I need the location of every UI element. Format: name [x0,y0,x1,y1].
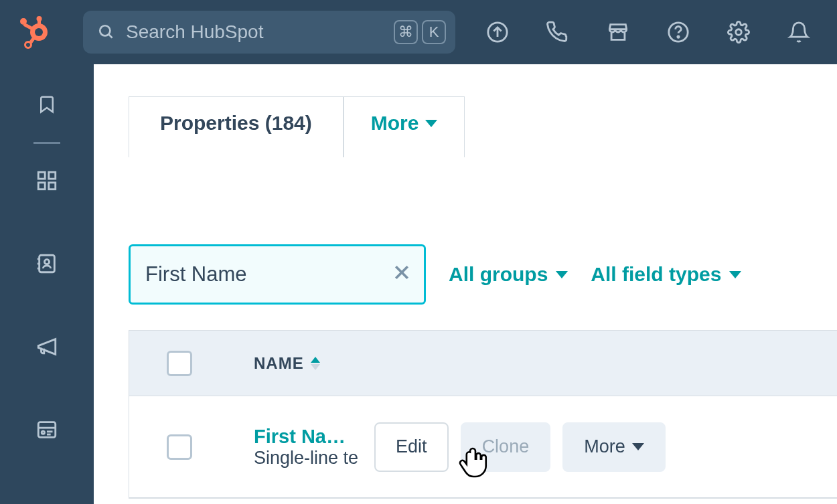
chevron-down-icon [425,120,437,127]
property-search-wrap[interactable] [129,244,426,305]
row-more-label: More [584,436,625,457]
notifications-icon[interactable] [787,21,810,44]
main-content: Properties (184) More All groups All fie… [94,64,837,504]
svg-point-5 [37,16,42,21]
search-icon [98,23,115,41]
kbd-k: K [422,20,446,44]
clone-button: Clone [461,422,551,472]
property-search-input[interactable] [145,262,366,286]
svg-point-25 [42,431,44,434]
tab-more[interactable]: More [344,96,465,157]
select-all-checkbox[interactable] [167,351,192,376]
column-header-name[interactable]: NAME [254,354,320,373]
hubspot-logo [16,15,51,50]
marketplace-icon[interactable] [607,21,629,44]
row-checkbox[interactable] [167,434,192,460]
svg-point-3 [35,28,43,36]
property-name-link[interactable]: First Na… [254,426,358,448]
svg-rect-14 [38,172,45,179]
phone-icon[interactable] [546,21,569,44]
megaphone-icon[interactable] [35,335,58,358]
chevron-down-icon [729,271,741,278]
column-header-name-label: NAME [254,354,304,373]
tabs: Properties (184) More [129,96,837,157]
upgrade-icon[interactable] [486,21,509,44]
chevron-down-icon [556,271,568,278]
filter-field-types-label: All field types [591,263,721,286]
svg-point-8 [100,25,110,35]
svg-point-13 [736,29,742,35]
global-search-input[interactable] [126,21,340,43]
tab-properties[interactable]: Properties (184) [129,96,344,157]
filter-groups[interactable]: All groups [449,263,568,286]
table-row: First Na… Single-line te Edit Clone More [129,396,837,498]
property-type-label: Single-line te [254,448,358,469]
left-rail [0,64,94,504]
tab-more-label: More [371,112,419,135]
svg-rect-16 [38,183,45,189]
svg-rect-17 [49,183,56,189]
settings-icon[interactable] [727,21,750,44]
svg-point-12 [678,36,679,37]
svg-rect-15 [49,172,56,179]
table-header: NAME [129,331,837,396]
apps-icon[interactable] [35,169,58,192]
rail-divider [33,142,60,144]
row-more-button[interactable]: More [562,422,666,472]
bookmark-icon[interactable] [37,92,57,116]
clear-search-icon[interactable] [392,262,412,286]
sort-icon [311,357,320,370]
filter-groups-label: All groups [449,263,548,286]
properties-table: NAME First Na… Single-line te Edit Clone… [129,330,837,499]
topbar: ⌘ K [0,0,837,64]
svg-point-19 [44,260,49,264]
name-cell: First Na… Single-line te [254,426,358,469]
global-search[interactable]: ⌘ K [83,11,455,54]
kbd-cmd: ⌘ [394,20,418,44]
edit-button[interactable]: Edit [374,422,449,472]
filter-field-types[interactable]: All field types [591,263,741,286]
content-icon[interactable] [35,418,58,441]
help-icon[interactable] [667,21,690,44]
svg-point-7 [25,42,31,48]
filters-row: All groups All field types [129,244,837,305]
topbar-icons [486,21,818,44]
chevron-down-icon [632,443,644,450]
row-actions: Edit Clone More [374,422,666,472]
svg-line-9 [108,34,112,37]
contacts-icon[interactable] [35,252,58,275]
search-shortcut: ⌘ K [394,20,446,44]
